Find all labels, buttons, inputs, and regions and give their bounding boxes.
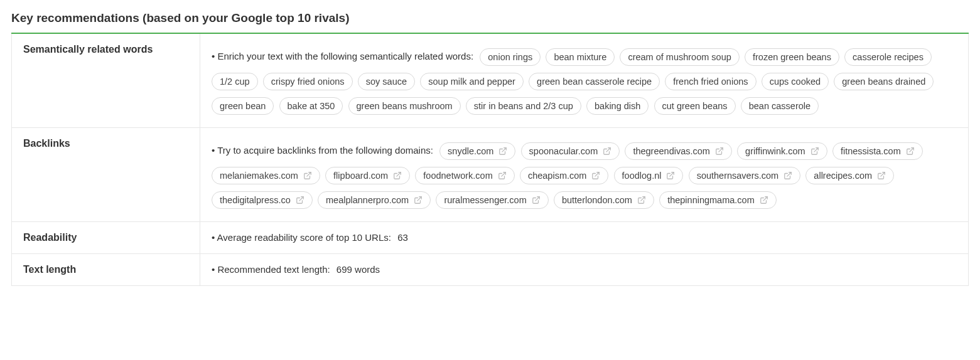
pill-label: foodlog.nl	[622, 171, 662, 181]
svg-line-9	[670, 172, 674, 176]
backlink-pill[interactable]: cheapism.com	[520, 167, 608, 184]
row-content-readability: • Average readability score of top 10 UR…	[200, 222, 969, 254]
row-readability: Readability • Average readability score …	[12, 222, 969, 254]
svg-line-15	[641, 197, 645, 201]
keyword-pill: cut green beans	[654, 97, 736, 115]
pill-label: french fried onions	[673, 77, 748, 87]
readability-value: 63	[397, 232, 408, 243]
pill-label: green bean casserole recipe	[537, 77, 652, 87]
textlength-value: 699 words	[337, 264, 380, 275]
pill-label: thegreendivas.com	[633, 147, 710, 156]
keyword-pill: bake at 350	[279, 97, 343, 115]
backlink-pill[interactable]: thegreendivas.com	[625, 142, 732, 160]
external-link-icon	[603, 147, 611, 156]
pill-label: bean mixture	[554, 53, 606, 62]
backlink-pill[interactable]: thepinningmama.com	[659, 191, 777, 209]
svg-line-13	[417, 197, 421, 201]
svg-line-3	[814, 148, 818, 152]
external-link-icon	[783, 171, 792, 180]
pill-label: green beans drained	[842, 77, 925, 87]
pill-label: soup milk and pepper	[428, 77, 515, 87]
pill-label: casserole recipes	[853, 53, 923, 62]
backlink-pill[interactable]: fitnessista.com	[832, 142, 923, 160]
keyword-pill: bean casserole	[741, 97, 819, 115]
svg-line-2	[719, 148, 723, 152]
row-textlength: Text length • Recommended text length: 6…	[12, 254, 969, 286]
pill-label: green beans mushroom	[357, 102, 453, 111]
pill-label: thepinningmama.com	[667, 196, 755, 205]
pill-label: bake at 350	[288, 102, 335, 111]
pill-label: crispy fried onions	[271, 77, 345, 87]
keyword-pill: green beans mushroom	[348, 97, 461, 115]
svg-line-6	[397, 172, 401, 176]
external-link-icon	[715, 147, 724, 156]
pill-label: spoonacular.com	[529, 147, 598, 156]
svg-line-14	[536, 197, 539, 201]
backlink-pill[interactable]: mealplannerpro.com	[318, 191, 431, 209]
keyword-pill: bean mixture	[546, 48, 615, 66]
svg-line-7	[502, 172, 505, 176]
keyword-pill: 1/2 cup	[212, 73, 258, 90]
pill-label: melaniemakes.com	[220, 171, 298, 181]
pill-label: frozen green beans	[753, 53, 831, 62]
row-semantic: Semantically related words • Enrich your…	[12, 34, 969, 128]
pill-label: mealplannerpro.com	[326, 196, 409, 205]
external-link-icon	[393, 171, 402, 180]
keyword-pill: green bean casserole recipe	[529, 73, 660, 90]
row-label-semantic: Semantically related words	[12, 34, 200, 128]
pill-label: baking dish	[595, 102, 640, 111]
pill-label: stir in beans and 2/3 cup	[474, 102, 573, 111]
svg-line-10	[787, 172, 791, 176]
keyword-pill: casserole recipes	[844, 48, 932, 66]
pill-label: 1/2 cup	[220, 77, 250, 87]
pill-label: cheapism.com	[528, 171, 586, 181]
pill-label: cream of mushroom soup	[628, 53, 731, 62]
pill-label: bean casserole	[749, 102, 810, 111]
backlink-pill[interactable]: foodnetwork.com	[415, 167, 514, 184]
backlink-pill[interactable]: griffinwink.com	[737, 142, 827, 160]
backlink-pill[interactable]: melaniemakes.com	[212, 167, 320, 184]
backlink-pill[interactable]: thedigitalpress.co	[212, 191, 313, 209]
backlink-pill[interactable]: spoonacular.com	[521, 142, 620, 160]
external-link-icon	[303, 171, 312, 180]
pill-label: soy sauce	[366, 77, 407, 87]
backlinks-intro: • Try to acquire backlinks from the foll…	[212, 145, 433, 156]
pill-label: ruralmessenger.com	[444, 196, 526, 205]
pill-label: onion rings	[488, 53, 532, 62]
keyword-pill: cups cooked	[762, 73, 829, 90]
pill-label: cut green beans	[662, 102, 728, 111]
backlink-pill[interactable]: southernsavers.com	[689, 167, 801, 184]
external-link-icon	[760, 196, 768, 204]
svg-line-12	[299, 197, 303, 201]
backlink-pill[interactable]: allrecipes.com	[805, 167, 894, 184]
keyword-pill: onion rings	[480, 48, 541, 66]
pill-label: allrecipes.com	[814, 171, 872, 181]
external-link-icon	[906, 147, 915, 156]
backlink-pill[interactable]: snydle.com	[439, 142, 515, 160]
external-link-icon	[498, 147, 507, 156]
pill-label: snydle.com	[448, 147, 493, 156]
external-link-icon	[414, 196, 423, 204]
keyword-pill: soup milk and pepper	[420, 73, 524, 90]
pill-label: griffinwink.com	[745, 147, 805, 156]
row-content-backlinks: • Try to acquire backlinks from the foll…	[200, 128, 969, 222]
svg-line-0	[502, 148, 506, 152]
keyword-pill: crispy fried onions	[263, 73, 353, 90]
backlink-pill[interactable]: foodlog.nl	[614, 167, 684, 184]
pill-label: butterlondon.com	[562, 196, 632, 205]
external-link-icon	[296, 196, 304, 204]
row-label-backlinks: Backlinks	[12, 128, 200, 222]
pill-label: fitnessista.com	[841, 147, 901, 156]
section-title: Key recommendations (based on your Googl…	[11, 11, 969, 25]
row-label-readability: Readability	[12, 222, 200, 254]
svg-line-5	[307, 172, 311, 176]
keyword-pill: baking dish	[586, 97, 649, 115]
svg-line-8	[595, 172, 599, 176]
backlink-pill[interactable]: ruralmessenger.com	[436, 191, 548, 209]
backlink-pill[interactable]: butterlondon.com	[554, 191, 654, 209]
svg-line-1	[606, 148, 610, 152]
pill-label: green bean	[220, 102, 266, 111]
backlink-pill[interactable]: flipboard.com	[325, 167, 410, 184]
row-content-semantic: • Enrich your text with the following se…	[200, 34, 969, 128]
keyword-pill: green bean	[212, 97, 274, 115]
